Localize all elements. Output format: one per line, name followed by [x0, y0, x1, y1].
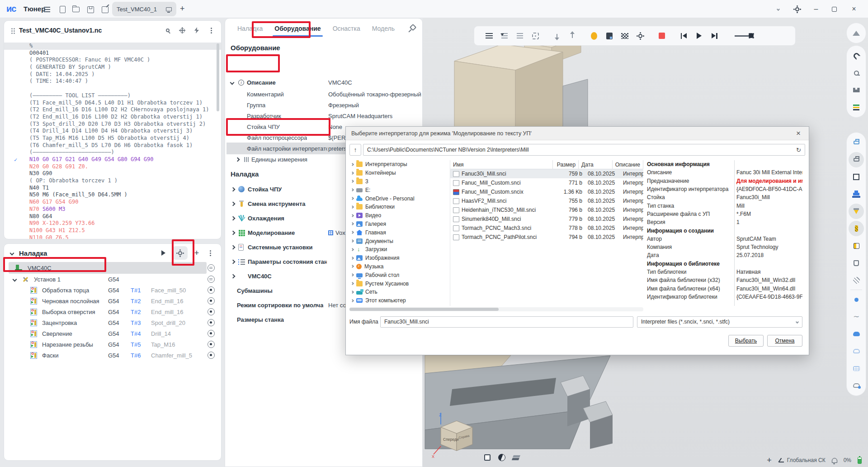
operation-row[interactable]: GВыборка отверстияG54T#2End_mill_16 [4, 306, 221, 317]
tree-item[interactable]: 3 [349, 177, 448, 186]
code-line[interactable]: (T3 Spot_drill_20 D20 L70 D3 H3 Obrabotk… [4, 121, 221, 128]
breakpoint-icon[interactable] [14, 164, 20, 170]
vice-icon[interactable] [849, 82, 864, 98]
tree-item[interactable]: Документы [349, 237, 448, 245]
file-row[interactable]: HaasVF2_Mill.snci755 b08.10.2025Интерпре… [450, 196, 643, 205]
code-line[interactable]: (T5 Tap_M16 M16 L100 D5 H5 Obrabotka otv… [4, 135, 221, 142]
tab-osnastka[interactable]: Оснастка [333, 19, 360, 38]
code-line[interactable]: (T1 Face_mill_50 D64.5 L40 D1 H1 Obrabot… [4, 100, 221, 107]
code-line[interactable]: O00401 [4, 50, 221, 57]
code-line[interactable]: (————————————————————————) [4, 149, 221, 156]
code-line[interactable]: ( OP: Obrabotka torczev 1 ) [4, 177, 221, 185]
breakpoint-icon[interactable] [14, 235, 20, 239]
printer-gray-icon[interactable] [849, 152, 864, 167]
operation-row[interactable]: GЧерновая послойнаяG54T#2End_mill_16 [4, 295, 221, 306]
code-line[interactable]: (T2 End_mill_16 D16 L100 D2 H2 CHernovay… [4, 106, 221, 114]
patch-solid-icon[interactable] [849, 326, 864, 342]
property-row[interactable]: РазработчикSprutCAM Headquarters [225, 110, 423, 122]
file-row[interactable]: Fanuc30i_Mill.snci759 b08.10.2025Интерпр… [450, 169, 643, 178]
dialog-close-icon[interactable]: × [793, 129, 803, 138]
holder-icon[interactable] [849, 255, 864, 271]
code-line[interactable]: N30 G90 [4, 170, 221, 177]
tree-item[interactable]: Видео [349, 211, 448, 220]
operation-row[interactable]: GСверлениеG54T#4Drill_14 [4, 328, 221, 339]
open-file-icon[interactable] [71, 4, 81, 15]
breakpoint-icon[interactable] [14, 199, 20, 205]
cancel-button[interactable]: Отмена [767, 335, 802, 347]
machine-row[interactable]: VMC40C [4, 262, 221, 274]
goto-line-icon[interactable] [178, 26, 187, 35]
property-row[interactable]: ГруппаФрезерный [225, 99, 423, 111]
bookmark-icon[interactable] [14, 43, 20, 49]
code-line[interactable]: N70 S600 M3 [4, 206, 221, 213]
hatch-icon[interactable] [849, 272, 864, 288]
maximize-button[interactable] [828, 4, 840, 14]
nc-code-scrollbar[interactable] [217, 43, 219, 111]
column-name[interactable]: Имя [450, 160, 553, 169]
chevron-right-icon[interactable] [231, 245, 236, 249]
arrow-down-icon[interactable] [549, 28, 565, 43]
code-line[interactable]: N100 G43 H1 Z12.5 [4, 227, 221, 234]
operation-visibility-icon[interactable] [208, 319, 215, 326]
operation-visibility-icon[interactable] [208, 330, 215, 337]
code-line[interactable]: (T6 Chamfer_mill_5 D5 L70 D6 H6 Obrabotk… [4, 142, 221, 149]
chevron-right-icon[interactable] [236, 157, 240, 162]
tab-oborudovanie[interactable]: Оборудование [274, 19, 321, 38]
code-line[interactable]: N20 G0 G28 G91 Z0. [4, 163, 221, 171]
code-line[interactable]: ( TIME: 14:40:47 ) [4, 78, 221, 85]
code-line[interactable]: % [4, 43, 221, 50]
tree-item[interactable]: Контейнеры [349, 169, 448, 177]
code-line[interactable]: N110 G0 Z6.5 [4, 234, 221, 239]
code-line[interactable]: ( POSTPROCESSOR: Fanuc 0i MF VMC40C ) [4, 57, 221, 64]
chevron-right-icon[interactable] [351, 222, 354, 225]
chevron-right-icon[interactable] [351, 163, 354, 166]
run-simulation-icon[interactable] [159, 248, 168, 257]
operation-visibility-icon[interactable] [208, 341, 215, 348]
point-icon[interactable] [849, 292, 864, 307]
file-list-hscrollbar[interactable] [349, 307, 643, 311]
folder-up-button[interactable]: ↑ [349, 144, 361, 156]
operation-row[interactable]: GОбработка торцаG54T#1Face_mill_50 [4, 285, 221, 295]
file-row[interactable]: Heidenhain_iTNC530_Mill.snci796 b08.10.2… [450, 205, 643, 214]
chevron-right-icon[interactable] [231, 274, 236, 278]
pin-icon[interactable] [408, 25, 414, 31]
setup-more-icon[interactable] [206, 248, 215, 257]
file-row[interactable]: Sinumerik840D_Mill.snci779 b08.10.2025Ин… [450, 214, 643, 224]
tree-item[interactable]: Этот компьютер [349, 296, 448, 305]
tree-item[interactable]: Рустем Хусаинов [349, 279, 448, 288]
tree-item[interactable]: Главная [349, 228, 448, 237]
chevron-right-icon[interactable] [351, 282, 354, 285]
property-row[interactable]: КомментарийОбобщённый токарно-фрезерный [225, 88, 423, 100]
chevron-right-icon[interactable] [351, 180, 354, 183]
chevron-right-icon[interactable] [231, 216, 236, 220]
probe-icon[interactable] [849, 65, 864, 81]
skip-start-icon[interactable] [676, 28, 691, 43]
add-operation-button[interactable]: + [192, 248, 201, 257]
tab-model[interactable]: Модель [372, 19, 395, 38]
save-icon[interactable] [85, 4, 96, 15]
description-section-row[interactable]: iОписаниеVMC40C [225, 76, 423, 88]
patch-dot-icon[interactable] [849, 378, 864, 393]
code-line[interactable]: ✓N10 G0 G17 G21 G40 G49 G54 G80 G94 G90 [4, 156, 221, 163]
tree-item[interactable]: Интерпретаторы [349, 160, 448, 169]
chevron-right-icon[interactable] [231, 187, 236, 191]
lines-icon[interactable] [512, 28, 528, 43]
filter-dropdown[interactable]: Interpreter files (*.sncix, *.snci, *.st… [637, 316, 802, 328]
capture-frame-icon[interactable] [528, 28, 543, 43]
search-icon[interactable] [163, 26, 172, 35]
code-line[interactable]: (————————— TOOL LIST —————————) [4, 92, 221, 100]
chevron-right-icon[interactable] [351, 172, 354, 175]
breakpoint-icon[interactable] [14, 206, 20, 213]
warning-icon[interactable] [586, 28, 602, 43]
bell-icon[interactable] [832, 458, 837, 463]
close-button[interactable]: × [848, 4, 860, 14]
tree-item[interactable]: Галерея [349, 220, 448, 229]
tool-half-icon[interactable] [849, 238, 864, 253]
chevron-right-icon[interactable] [231, 201, 236, 206]
menu-lines-icon[interactable] [481, 28, 497, 43]
tree-item[interactable]: Рабочий стол [349, 271, 448, 279]
file-row[interactable]: Fanuc_Mill_Custom.snci771 b08.10.2025Инт… [450, 178, 643, 187]
chevron-right-icon[interactable] [231, 259, 236, 264]
gear-icon[interactable] [632, 28, 648, 43]
tree-item[interactable]: Библиотеки [349, 203, 448, 211]
